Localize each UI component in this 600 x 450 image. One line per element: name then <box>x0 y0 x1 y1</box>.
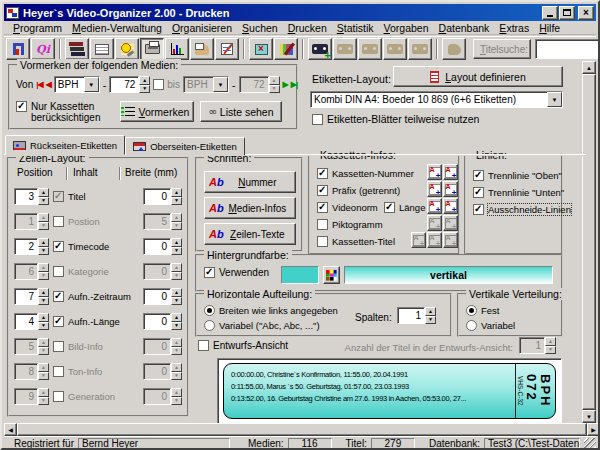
nur-kassetten-option[interactable]: Nur Kassetten berücksichtigen <box>16 98 120 123</box>
liste-sehen-button[interactable]: ∞ Liste sehen <box>200 101 282 122</box>
videonorm-checkbox[interactable] <box>317 202 328 213</box>
scroll-down-icon[interactable]: ▼ <box>582 410 596 423</box>
close-button[interactable]: × <box>578 6 594 20</box>
minimize-button[interactable] <box>542 6 558 20</box>
trennlinie-oben-checkbox[interactable] <box>473 170 484 181</box>
verwenden-option[interactable]: Verwenden <box>204 267 269 278</box>
color-picker-button[interactable] <box>323 266 340 284</box>
position-spinner[interactable]: 2▲▼ <box>14 238 49 255</box>
breite-spinner[interactable]: 0▲▼ <box>143 313 182 330</box>
font-position-button[interactable] <box>443 181 458 197</box>
nummer-font-button[interactable]: Ab Nummer <box>204 171 296 193</box>
add-media-button[interactable]: + <box>308 38 332 60</box>
scroll-left-icon[interactable]: ◀ <box>4 423 17 436</box>
menu-drucken[interactable]: Drucken <box>283 22 332 34</box>
variabel-option[interactable]: Variabel ("Abc, Abc, ...") <box>204 320 320 331</box>
last-media-icon[interactable]: ▶| <box>291 80 297 89</box>
trennlinie-unten-option[interactable]: Trennlinie "Unten" <box>473 187 564 198</box>
bis-checkbox[interactable] <box>153 79 164 90</box>
trennlinie-unten-checkbox[interactable] <box>473 187 484 198</box>
fest-option[interactable]: Fest <box>466 305 499 316</box>
breite-spinner[interactable]: 0▲▼ <box>143 288 182 305</box>
kassetten-titel-checkbox[interactable] <box>317 236 328 247</box>
kassetten-titel-option[interactable]: Kassetten-Titel <box>317 236 395 247</box>
quick-info-button[interactable]: Qi <box>31 38 55 60</box>
titelsuche-input[interactable] <box>535 39 600 59</box>
first-media-icon[interactable]: |◀ <box>36 80 42 89</box>
horizontal-scroll-thumb[interactable] <box>17 423 587 436</box>
praefix-checkbox[interactable] <box>317 185 328 196</box>
inhalt-checkbox[interactable] <box>53 266 64 277</box>
media-archive-button[interactable] <box>65 38 89 60</box>
videonorm-option[interactable]: Videonorm <box>317 202 378 213</box>
ausschneide-linien-option[interactable]: Ausschneide-Linien <box>473 204 571 215</box>
font-position-button[interactable] <box>427 181 442 197</box>
kassetten-nummer-checkbox[interactable] <box>317 168 328 179</box>
inhalt-checkbox[interactable] <box>53 341 64 352</box>
prev-media-icon[interactable]: ◀ <box>46 80 51 89</box>
spalten-spinner[interactable]: 1 ▲▼ <box>397 307 436 324</box>
menu-vorgaben[interactable]: Vorgaben <box>379 22 434 34</box>
nur-kassetten-checkbox[interactable] <box>16 101 27 112</box>
inhalt-checkbox[interactable] <box>53 316 64 327</box>
spin-up-icon[interactable]: ▲ <box>425 307 436 316</box>
resize-grip[interactable] <box>584 438 596 450</box>
menu-medien-verwaltung[interactable]: Medien-Verwaltung <box>67 22 167 34</box>
piktogramm-checkbox[interactable] <box>317 219 328 230</box>
spin-down-icon[interactable]: ▼ <box>425 316 436 325</box>
verwenden-checkbox[interactable] <box>204 267 215 278</box>
vertical-scroll-thumb[interactable] <box>582 74 596 410</box>
gradient-direction-bar[interactable]: vertikal <box>344 266 553 284</box>
teilweise-option[interactable]: Etiketten-Blätter teilweise nutzen <box>312 113 479 125</box>
inhalt-checkbox[interactable] <box>53 391 64 402</box>
vormerken-button[interactable]: Vormerken <box>120 101 194 122</box>
calc-button[interactable]: × <box>249 38 273 60</box>
tab-oberseiten-etiketten[interactable]: Oberseiten-Etiketten <box>125 137 245 155</box>
menu-extras[interactable]: Extras <box>494 22 534 34</box>
inhalt-checkbox[interactable] <box>53 291 64 302</box>
etiketten-layout-select[interactable]: Kombi DIN A4: Boeder 10 869 (6+6 Etikett… <box>310 91 563 108</box>
statistics-button[interactable] <box>165 38 189 60</box>
position-spinner[interactable]: 4▲▼ <box>14 313 49 330</box>
next-media-icon[interactable]: ▶ <box>283 80 288 89</box>
trennlinie-oben-option[interactable]: Trennlinie "Oben" <box>473 170 562 181</box>
variabel-vert-radio[interactable] <box>466 320 477 331</box>
fest-radio[interactable] <box>466 305 477 316</box>
breiten-radio[interactable] <box>204 305 215 316</box>
medien-infos-font-button[interactable]: Ab Medien-Infos <box>204 197 296 219</box>
laenge-option[interactable]: Länge <box>384 202 425 213</box>
tab-rueckseiten-etiketten[interactable]: Rückseiten-Etiketten <box>5 135 125 155</box>
menu-hilfe[interactable]: Hilfe <box>534 22 565 34</box>
entwurfs-ansicht-checkbox[interactable] <box>198 340 209 351</box>
layout-definieren-button[interactable]: Layout definieren <box>393 66 563 87</box>
edit-list-button[interactable] <box>215 38 239 60</box>
zeilen-texte-font-button[interactable]: Ab Zeilen-Texte <box>204 223 296 245</box>
entwurfs-ansicht-option[interactable]: Entwurfs-Ansicht <box>198 340 288 351</box>
scroll-up-icon[interactable]: ▲ <box>582 61 596 74</box>
piktogramm-option[interactable]: Piktogramm <box>317 219 383 230</box>
exit-button[interactable] <box>6 38 30 60</box>
font-position-button[interactable] <box>443 164 458 180</box>
menu-suchen[interactable]: Suchen <box>237 22 283 34</box>
menu-statistik[interactable]: Statistik <box>332 22 379 34</box>
loan-button[interactable] <box>190 38 214 60</box>
from-prefix-select[interactable]: BPH ▼ <box>54 76 100 93</box>
search-button[interactable] <box>115 38 139 60</box>
variabel-vert-option[interactable]: Variabel <box>466 320 515 331</box>
ausschneide-linien-checkbox[interactable] <box>473 204 484 215</box>
spin-down-icon[interactable]: ▼ <box>139 85 150 94</box>
horizontal-scrollbar[interactable]: ◀ ▶ <box>4 423 600 436</box>
register-button[interactable] <box>90 38 114 60</box>
font-position-button[interactable] <box>427 164 442 180</box>
scroll-right-icon[interactable]: ▶ <box>587 423 600 436</box>
menu-programm[interactable]: Programm <box>8 22 67 34</box>
position-spinner[interactable]: 3▲▼ <box>14 188 49 205</box>
menu-organisieren[interactable]: Organisieren <box>167 22 237 34</box>
laenge-checkbox[interactable] <box>384 202 395 213</box>
marker-button[interactable] <box>274 38 298 60</box>
dropdown-arrow-icon[interactable]: ▼ <box>84 77 99 92</box>
inhalt-checkbox[interactable] <box>53 216 64 227</box>
breite-spinner[interactable]: 0▲▼ <box>143 188 182 205</box>
font-position-button[interactable] <box>443 198 458 214</box>
font-position-button[interactable] <box>427 198 442 214</box>
